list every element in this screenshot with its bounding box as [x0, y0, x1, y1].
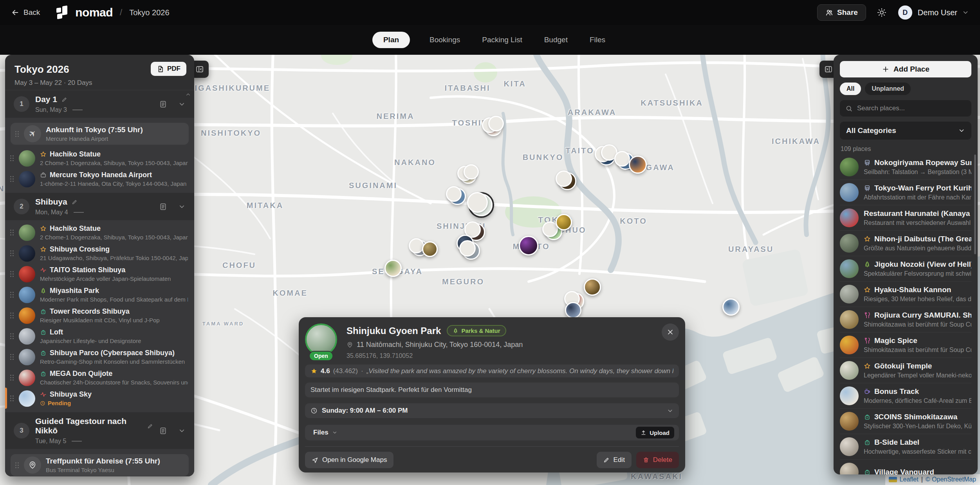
- chevron-down-icon[interactable]: [178, 203, 186, 210]
- day-notes-icon[interactable]: [159, 427, 167, 435]
- opening-hours-row[interactable]: Sunday: 9:00 AM – 6:00 PM: [305, 403, 679, 418]
- day-name-label: Day 1: [35, 95, 57, 104]
- drag-handle[interactable]: [10, 375, 14, 381]
- chevron-down-icon[interactable]: [178, 101, 186, 108]
- map-marker[interactable]: [629, 156, 647, 174]
- chevron-down-icon: [667, 408, 673, 414]
- itinerary-item[interactable]: Mercure Tokyo Haneda Airport1-chōme-2-11…: [5, 169, 194, 189]
- drag-handle[interactable]: [10, 155, 14, 161]
- leaflet-link[interactable]: Leaflet: [900, 476, 919, 483]
- place-title: Restaurant Harunatei (Kanaya Po...: [864, 209, 971, 218]
- itinerary-item[interactable]: Shibuya SkyPending: [5, 388, 194, 409]
- map-marker-selected[interactable]: [470, 194, 493, 216]
- drag-handle[interactable]: [10, 271, 14, 277]
- drag-handle[interactable]: [10, 230, 14, 235]
- day-header[interactable]: 1Day 1Sun, May 3: [5, 90, 194, 118]
- tab-files[interactable]: Files: [587, 32, 608, 48]
- map-marker[interactable]: [449, 188, 466, 205]
- files-row[interactable]: Files Upload: [305, 425, 679, 440]
- tab-budget[interactable]: Budget: [542, 32, 570, 48]
- itinerary-item[interactable]: Shibuya Crossing21 Udagawacho, Shibuya, …: [5, 243, 194, 264]
- place-list-item[interactable]: Magic SpiceShimokitazawa ist berühmt für…: [840, 332, 971, 357]
- itinerary-item[interactable]: Shibuya Parco (Cyberspace Shibuya)Retro-…: [5, 347, 194, 367]
- upload-button[interactable]: Upload: [636, 427, 674, 438]
- breadcrumb-trip-title[interactable]: Tokyo 2026: [129, 8, 169, 17]
- filter-all[interactable]: All: [840, 83, 861, 95]
- osm-link[interactable]: © OpenStreetMap: [926, 476, 976, 483]
- tab-bookings[interactable]: Bookings: [427, 32, 462, 48]
- drag-handle[interactable]: [15, 131, 19, 137]
- itinerary-item[interactable]: TAITO Station ShibuyaMehrstöckige Arcade…: [5, 264, 194, 284]
- rating-review-row[interactable]: 4.6 (43.462) · „Visited the park and was…: [305, 365, 679, 377]
- day-header[interactable]: 2ShibuyaMon, May 4: [5, 193, 194, 220]
- place-list-item[interactable]: Nihon-ji Daibutsu (The Great ...Größte a…: [840, 230, 971, 256]
- itinerary-item[interactable]: LoftJapanischer Lifestyle- und Designsto…: [5, 326, 194, 347]
- scrollbar[interactable]: [974, 154, 976, 254]
- map-marker[interactable]: [485, 119, 502, 136]
- place-photo: [840, 336, 859, 354]
- drag-handle[interactable]: [10, 313, 14, 318]
- day-notes-icon[interactable]: [159, 203, 167, 211]
- itinerary-item[interactable]: Hachiko Statue2 Chome-1 Dogenzaka, Shibu…: [5, 222, 194, 243]
- place-list-item[interactable]: Jigoku Nozoki (View of Hell)Spektakuläre…: [840, 256, 971, 281]
- theme-toggle-sun-icon[interactable]: [877, 8, 886, 17]
- tab-plan[interactable]: Plan: [372, 32, 410, 48]
- search-input[interactable]: [857, 104, 966, 112]
- place-list-item[interactable]: 3COINS ShimokitazawaStylischer 300-Yen-L…: [840, 408, 971, 434]
- note-input[interactable]: Startet im riesigen Stadtpark. Perfekt f…: [305, 383, 679, 397]
- itinerary-item[interactable]: Tower Records ShibuyaRiesiger Musikladen…: [5, 305, 194, 326]
- place-list-item[interactable]: Bonus TrackModernes, dörfliches Café-Are…: [840, 383, 971, 408]
- close-button[interactable]: [662, 323, 679, 341]
- map-marker[interactable]: [584, 278, 601, 296]
- share-button[interactable]: Share: [817, 4, 866, 21]
- map-marker[interactable]: [565, 302, 581, 318]
- place-list-item[interactable]: Village Vanguard: [840, 459, 971, 474]
- place-list-item[interactable]: Tokyo-Wan Ferry Port Kuriha...Abfahrtsst…: [840, 180, 971, 205]
- filter-unplanned[interactable]: Unplanned: [865, 83, 911, 95]
- place-list-item[interactable]: B-Side LabelHochwertige, wasserfeste Sti…: [840, 434, 971, 459]
- back-button[interactable]: Back: [11, 8, 40, 17]
- tab-packing-list[interactable]: Packing List: [480, 32, 524, 48]
- drag-handle[interactable]: [10, 354, 14, 360]
- map-marker[interactable]: [384, 260, 402, 277]
- drag-handle[interactable]: [10, 395, 14, 401]
- scroll-up-icon[interactable]: [185, 92, 191, 97]
- map-marker[interactable]: [722, 298, 740, 316]
- user-menu[interactable]: D Demo User: [898, 5, 969, 20]
- day-notes-icon[interactable]: [159, 100, 167, 108]
- place-list-item[interactable]: Restaurant Harunatei (Kanaya Po...Restau…: [840, 205, 971, 230]
- place-photo: [840, 158, 859, 176]
- edit-button[interactable]: Edit: [597, 452, 632, 468]
- drag-handle[interactable]: [10, 250, 14, 256]
- itinerary-item[interactable]: Hachiko Statue2 Chome-1 Dogenzaka, Shibu…: [5, 148, 194, 169]
- delete-button[interactable]: Delete: [636, 452, 679, 468]
- place-list-item[interactable]: Hyaku-Shaku KannonRiesiges, 30 Meter hoh…: [840, 281, 971, 307]
- item-subtitle: 2 Chome-1 Dogenzaka, Shibuya, Tokyo 150-…: [40, 160, 188, 166]
- map-marker[interactable]: [460, 167, 476, 184]
- add-place-button[interactable]: Add Place: [840, 61, 971, 77]
- map-marker[interactable]: [556, 214, 572, 230]
- itinerary-item[interactable]: Miyashita ParkModerner Park mit Shops, F…: [5, 284, 194, 305]
- drag-handle[interactable]: [15, 462, 19, 468]
- map-marker[interactable]: [422, 241, 438, 257]
- open-google-maps-button[interactable]: Open in Google Maps: [305, 452, 393, 468]
- place-list-item[interactable]: Rojiura Curry SAMURAI. Shim...Shimokitaz…: [840, 307, 971, 332]
- drag-handle[interactable]: [10, 333, 14, 339]
- drag-handle[interactable]: [10, 176, 14, 182]
- map-marker[interactable]: [519, 236, 538, 255]
- itinerary-event-card[interactable]: ✈Ankunft in Tokyo (7:55 Uhr)Mercure Hane…: [11, 123, 189, 145]
- nomad-logo[interactable]: nomad: [56, 6, 113, 19]
- drag-handle[interactable]: [10, 292, 14, 298]
- place-list-item[interactable]: Nokogiriyama Ropeway Sum...Seilbahn: Tal…: [840, 154, 971, 180]
- chevron-down-icon: [332, 430, 337, 435]
- itinerary-event-card[interactable]: Treffpunkt für Abreise (7:55 Uhr)Bus Ter…: [11, 454, 189, 476]
- place-list-item[interactable]: Gōtokuji TempleLegendärer Tempel voller …: [840, 357, 971, 383]
- day-header[interactable]: 3Guided Tagestour nach NikkōTue, May 5: [5, 412, 194, 449]
- export-pdf-button[interactable]: PDF: [151, 62, 186, 76]
- category-dropdown[interactable]: All Categories: [840, 122, 971, 140]
- itinerary-item[interactable]: MEGA Don QuijoteChaotischer 24h-Discount…: [5, 367, 194, 388]
- chevron-down-icon[interactable]: [178, 427, 186, 435]
- map-marker[interactable]: [597, 147, 615, 165]
- map-marker[interactable]: [558, 172, 576, 190]
- map-marker[interactable]: [462, 242, 480, 260]
